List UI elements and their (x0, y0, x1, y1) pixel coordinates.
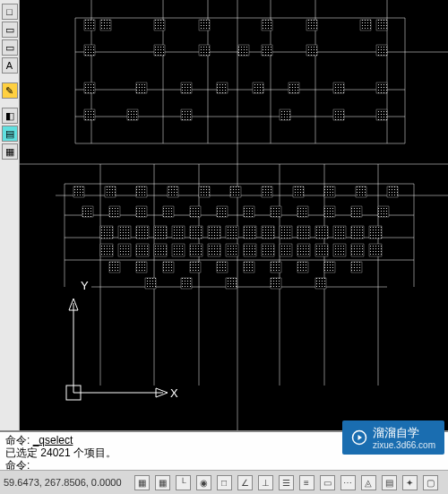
ortho-toggle[interactable]: └ (176, 475, 191, 490)
svg-rect-84 (118, 226, 131, 238)
tool-glyph: A (6, 60, 13, 71)
svg-rect-95 (315, 226, 328, 238)
svg-rect-24 (376, 20, 387, 30)
svg-rect-99 (100, 244, 113, 256)
svg-rect-77 (244, 206, 254, 217)
svg-rect-71 (82, 206, 93, 217)
svg-rect-40 (84, 109, 95, 120)
svg-rect-62 (136, 186, 147, 197)
svg-rect-42 (181, 109, 192, 120)
svg-rect-92 (262, 226, 274, 238)
svg-rect-109 (280, 244, 292, 256)
text-tool[interactable]: A (2, 57, 18, 74)
osnap-toggle[interactable]: □ (217, 475, 232, 490)
svg-rect-90 (226, 226, 238, 238)
otrack-toggle[interactable]: ∠ (237, 475, 253, 490)
svg-rect-61 (105, 186, 116, 197)
svg-rect-114 (369, 244, 382, 256)
svg-rect-21 (262, 20, 272, 30)
model-toggle[interactable]: ▢ (423, 475, 438, 490)
svg-rect-113 (351, 244, 364, 256)
svg-rect-72 (109, 206, 120, 217)
svg-rect-37 (289, 82, 299, 93)
svg-rect-26 (154, 45, 165, 56)
svg-rect-65 (230, 186, 241, 197)
tool-glyph: ▦ (5, 146, 14, 158)
svg-rect-127 (226, 278, 237, 289)
svg-rect-101 (136, 244, 149, 256)
svg-rect-44 (333, 109, 344, 120)
svg-rect-89 (208, 226, 220, 238)
svg-rect-64 (199, 186, 210, 197)
workspace-toggle[interactable]: ✦ (402, 475, 418, 490)
palette-tool[interactable]: ◧ (2, 108, 18, 124)
annovis-toggle[interactable]: ◬ (361, 475, 376, 490)
properties-tool[interactable]: ▭ (2, 22, 18, 38)
svg-rect-31 (376, 45, 387, 56)
highlight-tool[interactable]: ✎ (2, 82, 18, 99)
cmd-prefix: 命令: (5, 434, 33, 446)
svg-rect-121 (271, 262, 281, 273)
svg-rect-69 (356, 186, 366, 197)
svg-rect-45 (376, 109, 387, 120)
annoscale-toggle[interactable]: ⋯ (340, 475, 356, 490)
svg-rect-25 (84, 45, 95, 56)
grid-tool[interactable]: ▤ (2, 126, 18, 142)
svg-rect-35 (217, 82, 228, 93)
svg-rect-100 (118, 244, 131, 256)
svg-rect-32 (84, 82, 95, 93)
svg-rect-67 (293, 186, 304, 197)
svg-rect-94 (297, 226, 310, 238)
svg-rect-126 (181, 278, 192, 289)
svg-rect-104 (190, 244, 202, 256)
svg-rect-83 (100, 226, 113, 238)
svg-rect-70 (387, 186, 398, 197)
modify-tool[interactable]: ▭ (2, 39, 18, 56)
svg-rect-20 (199, 20, 210, 30)
svg-rect-105 (208, 244, 220, 256)
tool-glyph: ▭ (5, 42, 14, 54)
svg-rect-97 (351, 226, 364, 238)
ducs-toggle[interactable]: ⊥ (258, 475, 273, 490)
left-toolbar: □ ▭ ▭ A ✎ ◧ ▤ ▦ (0, 0, 20, 438)
svg-rect-81 (351, 206, 362, 217)
svg-rect-111 (315, 244, 328, 256)
svg-rect-87 (172, 226, 185, 238)
grid-toggle[interactable]: ▦ (155, 475, 170, 490)
qp-toggle[interactable]: ▭ (320, 475, 335, 490)
svg-rect-23 (360, 20, 371, 30)
svg-rect-33 (136, 82, 147, 93)
lwt-toggle[interactable]: ≡ (299, 475, 314, 490)
svg-rect-17 (84, 20, 95, 30)
upper-block (75, 0, 448, 143)
svg-rect-29 (262, 45, 272, 56)
svg-rect-103 (172, 244, 185, 256)
svg-rect-107 (244, 244, 256, 256)
watermark-url: zixue.3d66.com (373, 441, 435, 450)
svg-rect-122 (297, 262, 308, 273)
autoscale-toggle[interactable]: ▤ (382, 475, 397, 490)
svg-rect-79 (297, 206, 308, 217)
svg-rect-85 (136, 226, 149, 238)
svg-rect-80 (324, 206, 335, 217)
svg-rect-36 (253, 82, 263, 93)
cmd-name: _qselect (33, 434, 73, 446)
svg-rect-119 (217, 262, 228, 273)
select-tool[interactable]: ▦ (2, 143, 18, 160)
svg-rect-34 (181, 82, 192, 93)
svg-rect-128 (271, 278, 281, 289)
result-prefix: 已选定 (5, 446, 40, 459)
svg-rect-38 (333, 82, 344, 93)
svg-rect-75 (190, 206, 201, 217)
polar-toggle[interactable]: ◉ (196, 475, 211, 490)
dyn-toggle[interactable]: ☰ (279, 475, 294, 490)
watermark-brand: 溜溜自学 (373, 425, 435, 441)
general-tool[interactable]: □ (2, 4, 18, 20)
svg-rect-60 (73, 186, 84, 197)
drawing-canvas[interactable]: Y X (20, 0, 448, 438)
svg-rect-22 (306, 20, 317, 30)
snap-toggle[interactable]: ▦ (134, 475, 150, 490)
svg-rect-82 (378, 206, 389, 217)
tool-glyph: ✎ (5, 85, 13, 97)
svg-rect-115 (109, 262, 120, 273)
